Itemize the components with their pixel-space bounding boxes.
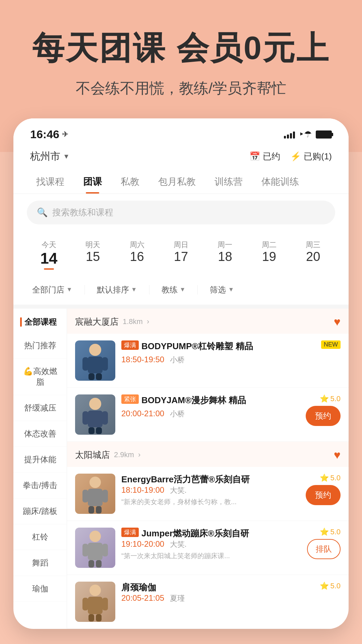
filter-sort-arrow: ▼ — [131, 286, 137, 293]
favorite-icon-2[interactable]: ♥ — [334, 448, 341, 462]
sidebar-item-boxing[interactable]: 拳击/搏击 — [13, 473, 67, 498]
svg-point-12 — [89, 477, 101, 488]
search-bar[interactable]: 🔍 搜索教练和课程 — [27, 201, 335, 224]
svg-rect-21 — [102, 544, 108, 556]
sidebar-item-burn-fat[interactable]: 💪高效燃脂 — [13, 359, 67, 395]
sidebar-item-yoga[interactable]: 瑜伽 — [13, 576, 67, 602]
hero-title: 每天团课 会员0元上 — [20, 27, 342, 70]
course-comment-3: "新来的美女老师，身材修长匀称，教... — [121, 497, 300, 506]
book-button-2[interactable]: 预约 — [306, 406, 341, 426]
svg-rect-14 — [82, 490, 88, 502]
course-title-row-3: EnergyBarre活力芭蕾®乐刻自研 — [121, 474, 300, 485]
course-teacher-3: 大笑. — [170, 486, 187, 494]
course-name-2: BODYJAM®漫步舞林 精品 — [141, 394, 300, 406]
date-sun[interactable]: 周日 17 — [159, 236, 203, 273]
course-card-right-2: ⭐ 5.0 预约 — [306, 394, 341, 426]
star-rating-5: ⭐ 5.0 — [320, 582, 341, 590]
sidebar-item-popular[interactable]: 热门推荐 — [13, 333, 67, 359]
course-teacher-4: 大笑. — [170, 540, 187, 548]
course-title-row-1: 爆满 BODYPUMP®杠铃雕塑 精品 NEW — [121, 340, 341, 352]
tab-monthly-pt[interactable]: 包月私教 — [149, 170, 205, 194]
course-title-row-2: 紧张 BODYJAM®漫步舞林 精品 — [121, 394, 300, 406]
date-tomorrow[interactable]: 明天 15 — [71, 236, 115, 273]
svg-rect-7 — [88, 411, 103, 427]
date-mon[interactable]: 周一 18 — [203, 236, 247, 273]
tab-fitness-training[interactable]: 体能训练 — [252, 170, 308, 194]
tab-find-course[interactable]: 找课程 — [27, 170, 74, 194]
date-picker: 今天 14 明天 15 周六 16 周日 17 周一 18 周二 19 周三 2… — [13, 231, 349, 278]
course-name-3: EnergyBarre活力芭蕾®乐刻自研 — [121, 474, 300, 485]
content-area: 全部课程 热门推荐 💪高效燃脂 舒缓减压 体态改善 提升体能 拳击/搏击 蹦床/… — [13, 309, 349, 629]
date-wed[interactable]: 周三 20 — [291, 236, 335, 273]
course-time-1: 18:50-19:50 — [121, 355, 164, 364]
sidebar-item-fitness[interactable]: 提升体能 — [13, 447, 67, 473]
tab-training-camp[interactable]: 训练营 — [205, 170, 252, 194]
tag-tight-2: 紧张 — [121, 394, 139, 404]
course-card-right-4: ⭐ 5.0 排队 — [307, 528, 341, 559]
filter-screen[interactable]: 筛选 ▼ — [204, 282, 239, 298]
svg-point-24 — [89, 585, 101, 596]
store-arrow-icon-2: › — [138, 450, 140, 459]
time-teacher-row-2: 20:00-21:00 小桥 — [121, 409, 185, 419]
svg-rect-29 — [96, 614, 102, 622]
sidebar-item-relax[interactable]: 舒缓减压 — [13, 395, 67, 421]
course-card-2: 紧张 BODYJAM®漫步舞林 精品 20:00-21:00 小桥 ⭐ 5.0 — [67, 388, 349, 442]
search-icon: 🔍 — [37, 207, 48, 218]
course-card-5: 肩颈瑜伽 20:05-21:05 夏瑾 ⭐ 5.0 — [67, 575, 349, 629]
search-input[interactable]: 搜索教练和课程 — [52, 207, 113, 218]
filter-store-arrow: ▼ — [66, 286, 72, 293]
svg-rect-22 — [88, 560, 94, 568]
svg-rect-2 — [82, 357, 88, 371]
filter-store[interactable]: 全部门店 ▼ — [27, 282, 78, 298]
status-icons: ‣☂ — [284, 129, 332, 140]
date-today[interactable]: 今天 14 — [27, 236, 71, 273]
sidebar-item-barbell[interactable]: 杠铃 — [13, 524, 67, 550]
svg-rect-10 — [88, 427, 95, 434]
queue-button-4[interactable]: 排队 — [307, 539, 341, 559]
date-sat[interactable]: 周六 16 — [115, 236, 159, 273]
course-thumb-1 — [75, 340, 115, 381]
purchased-button[interactable]: ⚡ 已购(1) — [290, 151, 332, 162]
right-content: 宸融大厦店 1.8km › ♥ — [67, 309, 349, 629]
sidebar-item-dance[interactable]: 舞蹈 — [13, 550, 67, 576]
favorite-icon-1[interactable]: ♥ — [334, 315, 341, 328]
tag-new-1: NEW — [321, 340, 341, 349]
booked-button[interactable]: 📅 已约 — [249, 151, 280, 162]
booked-label: 已约 — [263, 151, 280, 162]
left-sidebar: 全部课程 热门推荐 💪高效燃脂 舒缓减压 体态改善 提升体能 拳击/搏击 蹦床/… — [13, 309, 67, 629]
store-info-2[interactable]: 太阳城店 2.9km › — [75, 449, 140, 461]
course-card-right-5: ⭐ 5.0 — [320, 582, 341, 590]
book-button-3[interactable]: 预约 — [306, 485, 341, 505]
filter-coach[interactable]: 教练 ▼ — [156, 282, 191, 298]
course-name-5: 肩颈瑜伽 — [121, 582, 314, 593]
store-info-1[interactable]: 宸融大厦店 1.8km › — [75, 316, 149, 328]
star-rating-2: ⭐ 5.0 — [320, 394, 341, 403]
course-thumb-3 — [75, 474, 115, 514]
filter-divider-2 — [149, 285, 149, 294]
date-tue[interactable]: 周二 19 — [247, 236, 291, 273]
tab-group-class[interactable]: 团课 — [74, 170, 111, 194]
star-icon-5: ⭐ — [320, 582, 329, 590]
svg-point-0 — [89, 344, 101, 356]
city-selector[interactable]: 杭州市 ▼ — [30, 150, 70, 163]
course-card-4: 爆满 Jumper燃动蹦床®乐刻自研 19:10-20:00 大笑. "第一次来… — [67, 521, 349, 575]
sidebar-item-posture[interactable]: 体态改善 — [13, 421, 67, 447]
svg-rect-8 — [82, 411, 88, 425]
signal-icon — [284, 130, 295, 139]
svg-rect-3 — [102, 357, 108, 371]
tab-personal-training[interactable]: 私教 — [111, 170, 149, 194]
filter-divider-1 — [84, 285, 85, 294]
course-time-4: 19:10-20:00 — [121, 539, 164, 548]
course-title-row-5: 肩颈瑜伽 — [121, 582, 314, 593]
sidebar-item-trampoline[interactable]: 蹦床/踏板 — [13, 498, 67, 524]
svg-rect-11 — [96, 427, 102, 434]
filter-coach-arrow: ▼ — [180, 286, 186, 293]
purchase-icon: ⚡ — [290, 151, 301, 162]
filter-sort[interactable]: 默认排序 ▼ — [92, 282, 142, 298]
svg-rect-28 — [88, 614, 94, 622]
svg-rect-26 — [82, 598, 88, 610]
course-time-2: 20:00-21:00 — [121, 409, 164, 418]
course-meta-1: 18:50-19:50 小桥 — [121, 355, 341, 365]
course-time-5: 20:05-21:05 — [121, 593, 164, 602]
star-icon-3: ⭐ — [320, 474, 329, 482]
